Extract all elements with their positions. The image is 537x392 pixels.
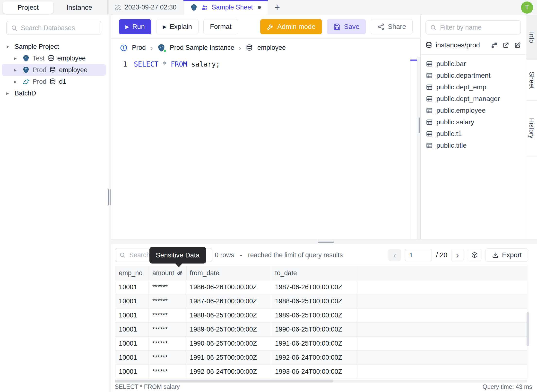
sidebar-resize-divider[interactable] — [108, 15, 111, 392]
sheet-tab-bar: 2023-09-27 02:30 — [108, 0, 286, 15]
tab-info[interactable]: Info — [526, 15, 537, 60]
caret-right-icon: ▸ — [14, 79, 19, 85]
edit-icon[interactable] — [514, 42, 521, 49]
add-sheet-button[interactable]: + — [268, 0, 286, 15]
right-tab-strip: Info Sheet History — [526, 15, 537, 239]
format-button[interactable]: Format — [203, 19, 238, 34]
results-resize-divider[interactable] — [111, 239, 537, 244]
panel-resize-divider[interactable] — [417, 57, 420, 239]
table-list-item[interactable]: public.employee — [421, 105, 526, 116]
sheet-tab-unsaved[interactable]: 2023-09-27 02:30 — [108, 0, 183, 15]
database-icon — [49, 78, 56, 85]
results-toolbar: 0 rows - reached the limit of query resu… — [111, 244, 537, 266]
postgresql-icon — [157, 44, 165, 52]
schema-scope-label: instances/prod — [436, 41, 480, 49]
instance-online-dot — [163, 49, 167, 53]
tab-project[interactable]: Project — [3, 1, 53, 14]
postgresql-icon — [190, 4, 198, 11]
executed-query: SELECT * FROM salary — [115, 383, 180, 390]
table-icon — [426, 142, 433, 149]
table-cell-filler — [357, 351, 527, 365]
table-list-item[interactable]: public.bar — [421, 58, 526, 70]
table-cell: 1990-06-25T00:00:00Z — [271, 323, 357, 337]
schema-diagram-icon[interactable] — [491, 42, 498, 49]
page-number-input[interactable] — [405, 249, 432, 261]
chevron-right-icon: › — [150, 44, 153, 52]
search-databases-input[interactable] — [21, 24, 97, 32]
table-cell-masked: ****** — [148, 337, 186, 351]
table-list-item[interactable]: public.salary — [421, 116, 526, 128]
breadcrumb-env[interactable]: Prod — [132, 44, 146, 51]
table-cell: 1989-06-25T00:00:00Z — [186, 323, 271, 337]
table-cell: 1990-06-25T00:00:00Z — [186, 337, 271, 351]
play-icon: ▶ — [163, 24, 166, 30]
table-cell: 10001 — [115, 337, 148, 351]
tree-node-prod-employee-selected[interactable]: ▸ Prod employee — [2, 64, 106, 76]
sql-keyword: FROM — [171, 60, 187, 68]
sql-editor[interactable]: 1 SELECT * FROM salary; — [111, 57, 420, 239]
breadcrumb: Prod › Prod Sample Instance › employe — [111, 39, 420, 57]
column-header: to_date — [271, 266, 357, 280]
info-icon[interactable] — [120, 44, 128, 52]
column-header-amount: amount — [148, 266, 186, 280]
tab-sheet[interactable]: Sheet — [526, 60, 537, 101]
table-list-item[interactable]: public.title — [421, 140, 526, 151]
prev-page-button[interactable]: ‹ — [388, 249, 401, 261]
table-cell-masked: ****** — [148, 323, 186, 337]
breadcrumb-instance[interactable]: Prod Sample Instance — [170, 44, 234, 51]
results-panel: 0 rows - reached the limit of query resu… — [111, 244, 537, 392]
tree-node-batchd[interactable]: ▸ BatchD — [0, 87, 108, 99]
share-button[interactable]: Share — [371, 19, 413, 34]
editor-zone: ▶ Run ▶ Explain Format Admin mode — [111, 15, 420, 239]
table-cell: 10001 — [115, 351, 148, 365]
export-button[interactable]: Export — [485, 248, 528, 262]
tree-node-project[interactable]: ▾ Sample Project — [0, 41, 108, 52]
database-sidebar: ▾ Sample Project ▸ Test — [0, 15, 108, 392]
avatar[interactable]: T — [521, 1, 533, 14]
table-cell: 10001 — [115, 280, 148, 294]
cube-button[interactable] — [468, 249, 481, 261]
schema-scope-row: instances/prod — [421, 34, 526, 55]
eye-off-icon[interactable] — [177, 270, 183, 276]
table-list-item[interactable]: public.dept_manager — [421, 93, 526, 105]
sheet-tab-active[interactable]: Sample Sheet — [183, 0, 268, 15]
admin-mode-button[interactable]: Admin mode — [260, 19, 322, 34]
breadcrumb-database[interactable]: employee — [257, 44, 286, 51]
table-icon — [426, 72, 433, 79]
tree-node-test-employee[interactable]: ▸ Test employee — [0, 52, 108, 64]
explain-button[interactable]: ▶ Explain — [156, 19, 199, 34]
run-button[interactable]: ▶ Run — [119, 19, 151, 34]
external-link-icon[interactable] — [502, 42, 509, 49]
table-cell: 1988-06-25T00:00:00Z — [186, 308, 271, 323]
chevron-right-icon: › — [239, 44, 241, 52]
next-page-button[interactable]: › — [451, 249, 464, 261]
page-total: / 20 — [436, 251, 447, 259]
summary-separator: - — [240, 251, 242, 259]
vertical-scrollbar-thumb[interactable] — [527, 312, 529, 346]
top-bar: Project Instance 2023-09-27 02:30 — [0, 0, 537, 15]
editor-minimap[interactable] — [410, 57, 417, 239]
table-list-item[interactable]: public.department — [421, 70, 526, 81]
tab-history[interactable]: History — [526, 101, 537, 156]
column-header: emp_no — [115, 266, 148, 280]
minimap-line-marker — [410, 60, 417, 61]
tab-instance[interactable]: Instance — [54, 1, 104, 14]
table-list-item[interactable]: public.dept_emp — [421, 81, 526, 93]
resize-handle[interactable] — [318, 241, 334, 243]
mysql-icon — [22, 78, 30, 85]
filter-by-name-input[interactable] — [440, 24, 517, 31]
save-button[interactable]: Save — [327, 19, 366, 34]
results-status-bar: SELECT * FROM salary Query time: 43 ms — [111, 381, 537, 392]
table-cell: 1986-06-26T00:00:00Z — [186, 280, 271, 294]
caret-right-icon: ▸ — [14, 67, 19, 73]
table-icon — [426, 119, 433, 126]
table-cell-filler — [357, 308, 527, 323]
resize-handle[interactable] — [108, 189, 111, 205]
resize-handle[interactable] — [418, 118, 420, 133]
tree-node-prod-d1[interactable]: ▸ Prod d1 — [0, 76, 108, 87]
caret-right-icon: ▸ — [6, 90, 12, 96]
table-icon — [426, 60, 433, 67]
table-list-item[interactable]: public.t1 — [421, 128, 526, 140]
caret-down-icon: ▾ — [6, 44, 12, 50]
database-icon — [48, 55, 54, 62]
